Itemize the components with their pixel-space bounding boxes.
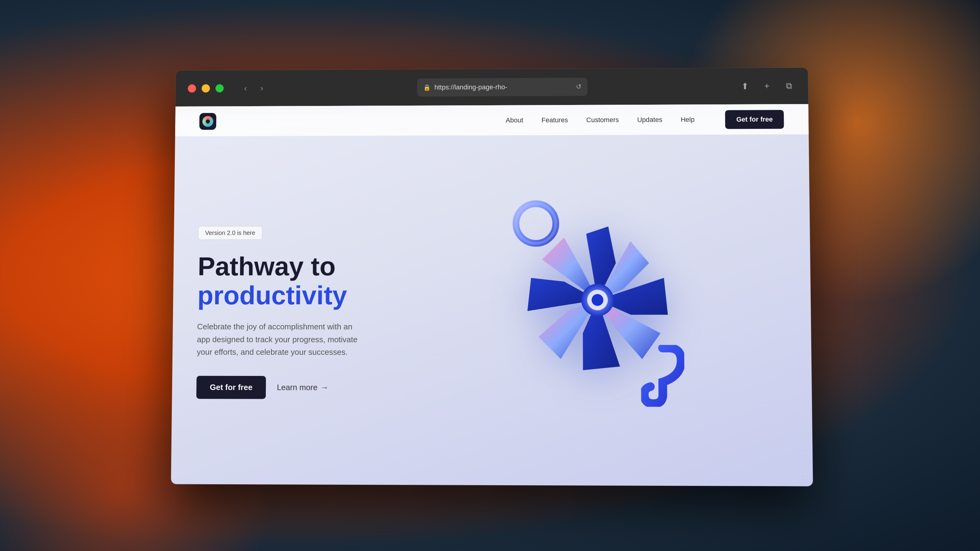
back-button[interactable]: ‹ <box>239 81 252 95</box>
address-bar[interactable]: 🔒 https://landing-page-rho- ↺ <box>417 78 587 97</box>
svg-point-4 <box>592 294 604 306</box>
forward-button[interactable]: › <box>255 81 269 95</box>
arrow-icon: → <box>321 383 329 392</box>
hero-get-free-button[interactable]: Get for free <box>196 376 266 399</box>
nav-updates[interactable]: Updates <box>637 116 662 124</box>
minimize-button[interactable] <box>202 84 210 93</box>
title-bar: ‹ › 🔒 https://landing-page-rho- ↺ ⬆ + ⧉ <box>175 68 808 106</box>
site-navbar: About Features Customers Updates Help Ge… <box>175 104 809 137</box>
browser-window: ‹ › 🔒 https://landing-page-rho- ↺ ⬆ + ⧉ … <box>171 68 813 486</box>
hero-title-line1: Pathway to <box>197 252 336 281</box>
hero-section: Version 2.0 is here Pathway to productiv… <box>171 134 813 486</box>
float-hook <box>641 345 685 408</box>
nav-customers[interactable]: Customers <box>586 116 619 124</box>
traffic-lights <box>188 84 224 93</box>
hero-left: Version 2.0 is here Pathway to productiv… <box>196 220 411 399</box>
nav-get-free-button[interactable]: Get for free <box>725 110 784 129</box>
hero-title: Pathway to productivity <box>197 252 410 310</box>
site-logo[interactable] <box>199 113 216 130</box>
nav-about[interactable]: About <box>506 116 523 124</box>
maximize-button[interactable] <box>215 84 224 93</box>
decoration-3d <box>475 186 722 433</box>
lock-icon: 🔒 <box>423 84 431 91</box>
hero-title-line2: productivity <box>197 280 347 310</box>
nav-arrows: ‹ › <box>239 81 269 95</box>
share-icon[interactable]: ⬆ <box>738 79 752 93</box>
url-text: https://landing-page-rho- <box>434 83 573 92</box>
close-button[interactable] <box>188 84 196 93</box>
toolbar-actions: ⬆ + ⧉ <box>738 79 796 93</box>
hero-description: Celebrate the joy of accomplishment with… <box>197 321 368 359</box>
hero-learn-more-link[interactable]: Learn more → <box>277 383 329 392</box>
nav-help[interactable]: Help <box>681 116 695 124</box>
logo-icon <box>202 116 213 126</box>
learn-more-text: Learn more <box>277 383 318 392</box>
browser-content: About Features Customers Updates Help Ge… <box>171 104 813 486</box>
address-bar-container: 🔒 https://landing-page-rho- ↺ <box>277 77 729 97</box>
site-nav-links: About Features Customers Updates Help Ge… <box>506 110 784 130</box>
nav-features[interactable]: Features <box>541 116 568 124</box>
tab-overview-icon[interactable]: ⧉ <box>782 79 796 93</box>
reload-icon[interactable]: ↺ <box>576 83 581 91</box>
hero-cta: Get for free Learn more → <box>196 376 410 399</box>
new-tab-icon[interactable]: + <box>760 79 774 93</box>
hero-right <box>410 135 788 486</box>
version-badge: Version 2.0 is here <box>198 226 262 240</box>
